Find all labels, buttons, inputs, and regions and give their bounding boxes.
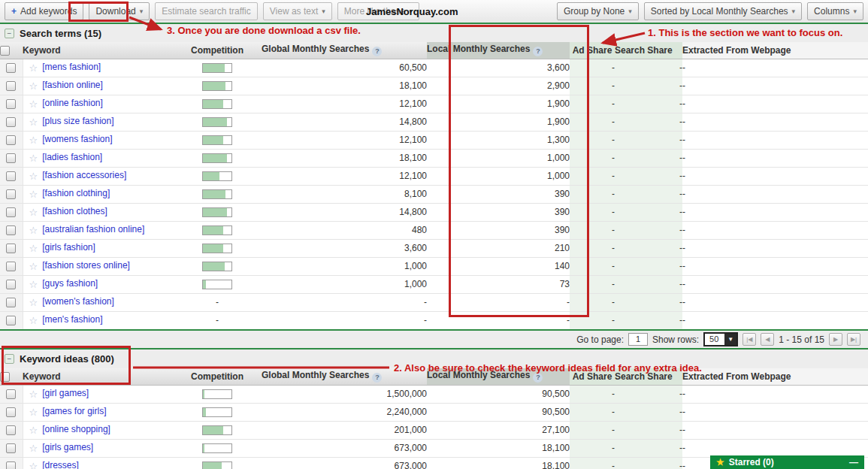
keyword-link[interactable]: [fashion accessories] [42,170,126,180]
select-all-checkbox[interactable] [0,372,10,382]
keyword-link[interactable]: [fashion online] [42,80,103,90]
row-checkbox[interactable] [6,262,16,271]
row-checkbox[interactable] [6,425,16,435]
row-checkbox[interactable] [6,117,16,127]
row-checkbox[interactable] [6,207,16,217]
column-header-local[interactable]: Local Monthly Searches? [427,368,570,385]
keyword-link[interactable]: [fashion clothes] [42,206,107,216]
keyword-link[interactable]: [fashion clothing] [42,188,110,198]
star-outline-icon[interactable]: ☆ [23,425,43,436]
keyword-link[interactable]: [men's fashion] [42,314,102,325]
sorted-by-button[interactable]: Sorted by Local Monthly Searches▾ [644,2,802,20]
keyword-link[interactable]: [games for girls] [42,406,106,416]
row-checkbox[interactable] [6,135,16,145]
star-outline-icon[interactable]: ☆ [23,62,43,74]
star-outline-icon[interactable]: ☆ [23,135,43,146]
star-outline-icon[interactable]: ☆ [23,261,43,272]
chevron-down-icon: ▾ [792,8,796,15]
star-outline-icon[interactable]: ☆ [23,315,43,326]
star-outline-icon[interactable]: ☆ [23,189,43,200]
star-outline-icon[interactable]: ☆ [23,279,43,290]
star-outline-icon[interactable]: ☆ [23,171,43,182]
star-outline-icon[interactable]: ☆ [23,389,43,400]
help-icon[interactable]: ? [372,373,382,383]
row-checkbox[interactable] [6,81,16,91]
row-checkbox[interactable] [6,389,16,399]
column-header-keyword[interactable]: Keyword [23,368,173,385]
star-outline-icon[interactable]: ☆ [23,461,43,469]
row-checkbox[interactable] [6,153,16,163]
keyword-link[interactable]: [girls fashion] [42,242,95,253]
row-checkbox[interactable] [6,298,16,307]
star-outline-icon[interactable]: ☆ [23,80,43,92]
keyword-link[interactable]: [ladies fashion] [42,152,102,162]
keyword-link[interactable]: [mens fashion] [42,62,101,72]
row-checkbox[interactable] [6,99,16,109]
star-outline-icon[interactable]: ☆ [23,407,43,418]
last-page-button[interactable]: ▶| [847,333,860,346]
group-by-button[interactable]: Group by None▾ [557,2,639,20]
row-checkbox[interactable] [6,280,16,289]
download-button[interactable]: Download▾ [89,2,150,20]
column-header-local[interactable]: Local Monthly Searches? [427,42,570,59]
column-header-extracted[interactable]: Extracted From Webpage [682,42,868,59]
column-header-global[interactable]: Global Monthly Searches? [262,42,427,59]
keyword-link[interactable]: [girl games] [42,388,89,398]
column-header-extracted[interactable]: Extracted From Webpage [682,368,868,385]
column-header-competition[interactable]: Competition [173,42,262,59]
star-outline-icon[interactable]: ☆ [23,207,43,218]
add-keywords-button[interactable]: +Add keywords [5,2,83,20]
help-icon[interactable]: ? [372,47,382,56]
select-all-checkbox-cell[interactable] [0,42,23,59]
row-checkbox[interactable] [6,244,16,253]
keyword-link[interactable]: [australian fashion online] [42,224,144,234]
keyword-link[interactable]: [fashion stores online] [42,260,130,271]
help-icon[interactable]: ? [533,373,543,383]
row-checkbox[interactable] [6,316,16,325]
star-outline-icon[interactable]: ☆ [23,153,43,164]
next-page-button[interactable]: ▶ [829,333,842,346]
keyword-link[interactable]: [online fashion] [42,98,103,108]
column-header-keyword[interactable]: Keyword [23,42,173,59]
estimate-search-traffic-button[interactable]: Estimate search traffic [155,2,258,20]
keyword-link[interactable]: [guys fashion] [42,278,98,289]
row-checkbox[interactable] [6,407,16,417]
row-checkbox[interactable] [6,225,16,235]
column-header-ad-share[interactable]: Ad Share [570,42,615,59]
row-checkbox[interactable] [6,461,16,469]
column-header-competition[interactable]: Competition [173,368,262,385]
star-outline-icon[interactable]: ☆ [23,297,43,308]
select-all-checkbox[interactable] [0,46,10,56]
row-checkbox[interactable] [6,171,16,181]
column-header-global[interactable]: Global Monthly Searches? [262,368,427,385]
rows-per-page-select[interactable]: 50▼ [703,332,738,346]
select-all-checkbox-cell[interactable] [0,368,23,385]
collapse-icon[interactable]: − [5,354,14,364]
view-as-text-button[interactable]: View as text▾ [263,2,332,20]
column-header-search-share[interactable]: Search Share [615,42,682,59]
help-icon[interactable]: ? [533,47,543,56]
keyword-link[interactable]: [womens fashion] [42,134,112,144]
keyword-link[interactable]: [dresses] [42,460,79,469]
star-outline-icon[interactable]: ☆ [23,443,43,454]
column-header-search-share[interactable]: Search Share [615,368,682,385]
star-outline-icon[interactable]: ☆ [23,98,43,110]
prev-page-button[interactable]: ◀ [761,333,774,346]
star-outline-icon[interactable]: ☆ [23,225,43,236]
page-number-input[interactable]: 1 [628,333,648,346]
keyword-link[interactable]: [online shopping] [42,424,110,434]
row-checkbox[interactable] [6,63,16,73]
star-outline-icon[interactable]: ☆ [23,116,43,128]
first-page-button[interactable]: |◀ [742,333,756,346]
keyword-link[interactable]: [women's fashion] [42,296,114,307]
star-outline-icon[interactable]: ☆ [23,243,43,254]
keyword-link[interactable]: [plus size fashion] [42,116,113,126]
row-checkbox[interactable] [6,443,16,453]
keyword-link[interactable]: [girls games] [42,442,93,452]
column-header-ad-share[interactable]: Ad Share [570,368,615,385]
collapse-icon[interactable]: − [5,29,14,38]
row-checkbox[interactable] [6,189,16,199]
columns-button[interactable]: Columns▾ [807,2,863,20]
minimize-icon[interactable]: — [849,458,858,466]
starred-panel-bar[interactable]: ★ Starred (0) — [710,455,864,469]
